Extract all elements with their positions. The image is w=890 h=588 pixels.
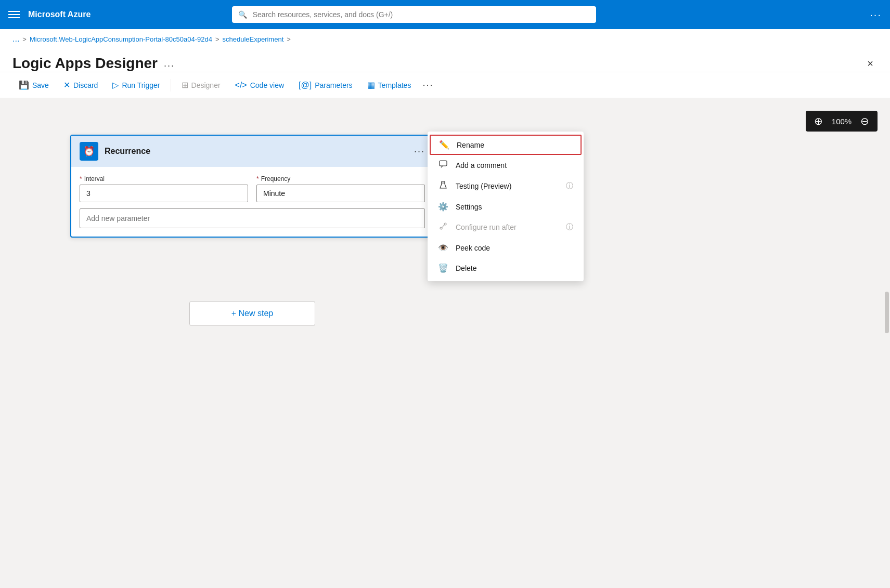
app-logo: Microsoft Azure bbox=[28, 10, 91, 19]
designer-canvas: ⊕ 100% ⊖ ⏰ Recurrence ··· * Interval bbox=[0, 98, 890, 582]
breadcrumb-dots[interactable]: ... bbox=[12, 34, 19, 44]
context-menu: ✏️ Rename Add a comment Testing (Preview… bbox=[428, 132, 584, 281]
frequency-required-marker: * bbox=[256, 175, 259, 182]
peek-label: Peek code bbox=[456, 244, 490, 252]
topbar-more-options[interactable]: ··· bbox=[870, 9, 882, 21]
recurrence-title: Recurrence bbox=[105, 147, 425, 156]
zoom-in-icon: ⊕ bbox=[814, 115, 823, 127]
templates-label: Templates bbox=[378, 81, 411, 89]
context-menu-rename[interactable]: ✏️ Rename bbox=[430, 135, 582, 155]
breadcrumb-sep-2: > bbox=[215, 35, 220, 43]
recurrence-card-header: ⏰ Recurrence ··· bbox=[71, 136, 433, 167]
configure-info-icon: ⓘ bbox=[566, 223, 573, 232]
interval-required-marker: * bbox=[80, 175, 82, 182]
delete-icon: 🗑️ bbox=[438, 263, 448, 273]
code-icon: </> bbox=[235, 81, 247, 90]
save-button[interactable]: 💾 Save bbox=[12, 77, 55, 93]
save-icon: 💾 bbox=[19, 80, 29, 90]
page-header: Logic Apps Designer ... × bbox=[0, 49, 890, 72]
search-bar: 🔍 bbox=[232, 6, 596, 23]
add-comment-icon bbox=[438, 160, 448, 171]
configure-icon bbox=[438, 222, 448, 232]
configure-label: Configure run after bbox=[456, 223, 517, 231]
toolbar-separator bbox=[171, 79, 171, 92]
discard-button[interactable]: ✕ Discard bbox=[57, 77, 104, 93]
rename-label: Rename bbox=[457, 141, 484, 149]
zoom-controls: ⊕ 100% ⊖ bbox=[806, 111, 878, 132]
new-step-container: + New step bbox=[70, 301, 434, 326]
parameters-label: Parameters bbox=[315, 81, 352, 89]
designer-icon: ⊞ bbox=[182, 80, 188, 90]
zoom-level-display: 100% bbox=[831, 117, 852, 126]
toolbar-more-options[interactable]: ··· bbox=[419, 76, 436, 94]
breadcrumb-sep-3: > bbox=[287, 35, 291, 43]
zoom-out-icon: ⊖ bbox=[860, 115, 869, 127]
rename-icon: ✏️ bbox=[439, 140, 449, 150]
templates-icon: ▦ bbox=[367, 80, 375, 90]
recurrence-card: ⏰ Recurrence ··· * Interval * Frequency bbox=[70, 135, 434, 238]
context-menu-delete[interactable]: 🗑️ Delete bbox=[428, 258, 584, 278]
designer-button[interactable]: ⊞ Designer bbox=[175, 77, 227, 93]
toolbar: 💾 Save ✕ Discard ▷ Run Trigger ⊞ Designe… bbox=[0, 72, 890, 98]
recurrence-card-body: * Interval * Frequency bbox=[71, 167, 433, 237]
add-parameter-input[interactable] bbox=[80, 208, 425, 228]
interval-input[interactable] bbox=[80, 185, 248, 202]
testing-label: Testing (Preview) bbox=[456, 182, 511, 190]
recurrence-fields-row: * Interval * Frequency bbox=[80, 175, 425, 202]
context-menu-peek[interactable]: 👁️ Peek code bbox=[428, 238, 584, 258]
context-menu-testing[interactable]: Testing (Preview) ⓘ bbox=[428, 176, 584, 197]
context-menu-add-comment[interactable]: Add a comment bbox=[428, 155, 584, 176]
zoom-out-button[interactable]: ⊖ bbox=[860, 115, 869, 127]
new-step-button[interactable]: + New step bbox=[189, 301, 315, 326]
save-label: Save bbox=[32, 81, 49, 89]
close-button[interactable]: × bbox=[863, 56, 878, 72]
search-input[interactable] bbox=[232, 6, 596, 23]
context-menu-settings[interactable]: ⚙️ Settings bbox=[428, 197, 584, 217]
code-view-button[interactable]: </> Code view bbox=[229, 77, 291, 93]
recurrence-icon: ⏰ bbox=[80, 142, 98, 161]
search-icon: 🔍 bbox=[238, 10, 247, 19]
svg-point-3 bbox=[444, 223, 446, 225]
add-comment-label: Add a comment bbox=[456, 161, 507, 169]
svg-rect-0 bbox=[440, 161, 447, 166]
designer-label: Designer bbox=[191, 81, 221, 89]
discard-icon: ✕ bbox=[63, 80, 70, 90]
breadcrumb-sep-1: > bbox=[22, 35, 27, 43]
run-trigger-button[interactable]: ▷ Run Trigger bbox=[106, 77, 166, 93]
templates-button[interactable]: ▦ Templates bbox=[361, 77, 418, 93]
breadcrumb: ... > Microsoft.Web-LogicAppConsumption-… bbox=[0, 29, 890, 49]
frequency-label: * Frequency bbox=[256, 175, 425, 182]
new-step-label: + New step bbox=[231, 309, 273, 318]
code-view-label: Code view bbox=[250, 81, 284, 89]
page-header-more-options[interactable]: ... bbox=[164, 58, 175, 69]
delete-label: Delete bbox=[456, 264, 476, 272]
canvas-scrollbar[interactable] bbox=[884, 98, 890, 582]
zoom-in-button[interactable]: ⊕ bbox=[814, 115, 823, 127]
run-icon: ▷ bbox=[112, 80, 119, 90]
page-title: Logic Apps Designer bbox=[12, 55, 158, 72]
hamburger-menu[interactable] bbox=[8, 11, 20, 18]
run-trigger-label: Run Trigger bbox=[122, 81, 160, 89]
interval-label: * Interval bbox=[80, 175, 248, 182]
testing-info-icon: ⓘ bbox=[566, 181, 573, 191]
parameters-icon: [@] bbox=[299, 81, 312, 90]
breadcrumb-link-1[interactable]: Microsoft.Web-LogicAppConsumption-Portal… bbox=[30, 35, 212, 43]
card-more-options[interactable]: ··· bbox=[414, 146, 425, 157]
settings-label: Settings bbox=[456, 203, 482, 211]
frequency-field-group: * Frequency bbox=[256, 175, 425, 202]
interval-field-group: * Interval bbox=[80, 175, 248, 202]
breadcrumb-link-2[interactable]: scheduleExperiment bbox=[222, 35, 283, 43]
discard-label: Discard bbox=[73, 81, 98, 89]
frequency-input[interactable] bbox=[256, 185, 425, 202]
context-menu-configure[interactable]: Configure run after ⓘ bbox=[428, 217, 584, 238]
testing-icon bbox=[438, 181, 448, 191]
scrollbar-thumb[interactable] bbox=[885, 292, 889, 333]
svg-point-2 bbox=[440, 227, 442, 229]
settings-icon: ⚙️ bbox=[438, 202, 448, 212]
top-navigation-bar: Microsoft Azure 🔍 ··· bbox=[0, 0, 890, 29]
parameters-button[interactable]: [@] Parameters bbox=[292, 77, 359, 93]
peek-icon: 👁️ bbox=[438, 243, 448, 253]
